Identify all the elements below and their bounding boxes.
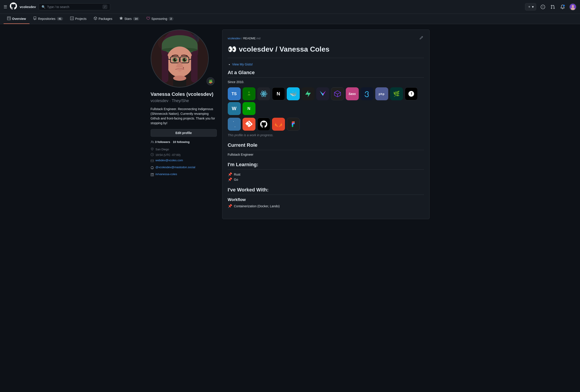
edit-readme-button[interactable] bbox=[419, 35, 424, 41]
svg-point-24 bbox=[185, 59, 186, 60]
mastodon-link[interactable]: @vcolesdev@mastodon.social bbox=[155, 166, 195, 169]
svg-rect-35 bbox=[293, 121, 294, 123]
main-layout: 🪴 Vanessa Coles (vcolesdev) vcolesdev · … bbox=[147, 24, 433, 224]
packages-icon bbox=[94, 16, 97, 21]
email-link[interactable]: webdev@vcoles.com bbox=[155, 159, 183, 162]
breadcrumb-user-link[interactable]: vcolesdev bbox=[228, 37, 241, 40]
user-avatar-header[interactable] bbox=[569, 3, 577, 10]
following-link[interactable]: 10 following bbox=[173, 140, 189, 144]
tab-repositories[interactable]: Repositories 41 bbox=[29, 14, 67, 24]
current-role-text: Fullstack Engineer bbox=[228, 153, 424, 156]
svg-point-22 bbox=[183, 58, 186, 62]
svg-rect-36 bbox=[292, 123, 293, 124]
tech-icon-github bbox=[257, 118, 270, 131]
profile-sidebar: 🪴 Vanessa Coles (vcolesdev) vcolesdev · … bbox=[151, 29, 217, 219]
repositories-count-badge: 41 bbox=[57, 17, 63, 20]
people-icon bbox=[151, 140, 154, 144]
pull-requests-button[interactable] bbox=[550, 4, 556, 10]
since-text: Since 2010. bbox=[228, 80, 424, 84]
tech-icon-wordpress: W bbox=[228, 102, 241, 115]
tech-icons-row-1: TS JS N 🐳 bbox=[228, 87, 424, 115]
tab-packages[interactable]: Packages bbox=[90, 14, 116, 24]
tech-icon-figma bbox=[287, 118, 300, 131]
tab-overview[interactable]: Overview bbox=[3, 14, 29, 24]
linkedin-link[interactable]: in/vanessa-coles bbox=[155, 173, 177, 176]
readme-panel: vcolesdev / README.md 👀 vcolesdev / Vane… bbox=[222, 29, 430, 219]
profile-nav: Overview Repositories 41 Projects Packag… bbox=[0, 14, 580, 24]
breadcrumb-separator: / bbox=[241, 37, 242, 40]
github-logo[interactable] bbox=[10, 2, 17, 11]
mastodon-icon bbox=[151, 166, 154, 170]
current-role-section: Current Role Fullstack Engineer bbox=[228, 142, 424, 156]
at-a-glance-heading: At a Glance bbox=[228, 70, 424, 78]
search-icon: 🔍 bbox=[42, 5, 45, 9]
hamburger-icon[interactable]: ☰ bbox=[3, 4, 7, 9]
header-right: ＋ ▾ bbox=[525, 3, 577, 10]
profile-bio: Fullstack Engineer. Reconnecting Indigen… bbox=[151, 107, 217, 125]
tech-icon-gitlab bbox=[272, 118, 285, 131]
at-a-glance-section: At a Glance Since 2010. TS JS N bbox=[228, 70, 424, 137]
followers-line: 3 followers · 10 following bbox=[151, 140, 217, 144]
followers-link[interactable]: 3 followers bbox=[155, 140, 170, 144]
svg-rect-34 bbox=[292, 121, 293, 123]
tab-projects-label: Projects bbox=[75, 17, 87, 20]
gists-list-item: View My Gists! bbox=[232, 63, 424, 66]
svg-rect-12 bbox=[161, 54, 168, 83]
readme-gists-list: View My Gists! bbox=[228, 63, 424, 66]
tech-icon-nodejs: JS bbox=[243, 87, 256, 100]
sponsoring-count-badge: 2 bbox=[168, 17, 173, 20]
tab-packages-label: Packages bbox=[99, 17, 112, 20]
breadcrumb-filename: README.md bbox=[243, 37, 260, 40]
tech-icon-tailwind bbox=[361, 87, 373, 100]
search-bar[interactable]: 🔍 Type / to search / bbox=[39, 3, 110, 10]
tab-stars-label: Stars bbox=[124, 17, 132, 20]
tab-projects[interactable]: Projects bbox=[67, 14, 90, 24]
view-gists-link[interactable]: View My Gists! bbox=[232, 63, 253, 66]
current-role-heading: Current Role bbox=[228, 142, 424, 150]
tech-icon-supabase bbox=[301, 87, 314, 100]
edit-profile-button[interactable]: Edit profile bbox=[151, 129, 217, 137]
notifications-button[interactable] bbox=[560, 4, 566, 10]
tech-icon-php: php bbox=[375, 87, 388, 100]
search-slash-badge: / bbox=[103, 5, 107, 9]
svg-rect-37 bbox=[292, 124, 293, 125]
tab-repositories-label: Repositories bbox=[38, 17, 55, 20]
main-header: ☰ vcolesdev 🔍 Type / to search / ＋ ▾ bbox=[0, 0, 580, 14]
tech-icon-typescript: TS bbox=[228, 87, 241, 100]
stars-count-badge: 14 bbox=[133, 17, 139, 20]
plus-icon: ＋ bbox=[528, 4, 531, 9]
profile-avatar bbox=[151, 29, 209, 88]
stars-icon bbox=[119, 16, 123, 21]
go-icon: 📌 bbox=[228, 177, 232, 182]
tech-icon-vite bbox=[316, 87, 329, 100]
linkedin-item: in/vanessa-coles bbox=[151, 173, 217, 178]
tab-sponsoring[interactable]: Sponsoring 2 bbox=[143, 14, 177, 24]
header-left: ☰ vcolesdev bbox=[3, 2, 36, 11]
workflow-heading: Workflow bbox=[228, 197, 424, 202]
tech-icon-docker: 🐳 bbox=[287, 87, 300, 100]
email-item: webdev@vcoles.com bbox=[151, 159, 217, 164]
notification-dot bbox=[563, 5, 565, 6]
svg-point-1 bbox=[572, 5, 574, 7]
profile-username-pronouns: vcolesdev · They/She bbox=[151, 98, 217, 103]
tab-stars[interactable]: Stars 14 bbox=[116, 14, 143, 24]
header-username[interactable]: vcolesdev bbox=[20, 5, 36, 9]
location-item: San Diego bbox=[151, 147, 217, 151]
learning-item-rust: 📌 Rust bbox=[228, 172, 424, 177]
svg-point-27 bbox=[173, 76, 186, 81]
readme-breadcrumb: vcolesdev / README.md bbox=[228, 35, 424, 41]
svg-rect-38 bbox=[292, 125, 293, 127]
sponsoring-icon bbox=[146, 16, 150, 21]
repo-icon bbox=[33, 16, 37, 21]
avatar-container: 🪴 bbox=[151, 29, 217, 88]
svg-text:JS: JS bbox=[248, 94, 250, 96]
overview-icon bbox=[7, 16, 11, 21]
time-text: 19:54 (UTC -07:00) bbox=[155, 153, 181, 157]
worked-with-section: I've Worked With: Workflow 📌 Containeriz… bbox=[228, 187, 424, 208]
svg-point-39 bbox=[293, 123, 294, 124]
mastodon-item: @vcolesdev@mastodon.social bbox=[151, 166, 217, 171]
learning-item-go: 📌 Go bbox=[228, 177, 424, 182]
issues-button[interactable] bbox=[540, 4, 546, 10]
new-button[interactable]: ＋ ▾ bbox=[525, 3, 536, 10]
svg-rect-13 bbox=[191, 54, 197, 83]
